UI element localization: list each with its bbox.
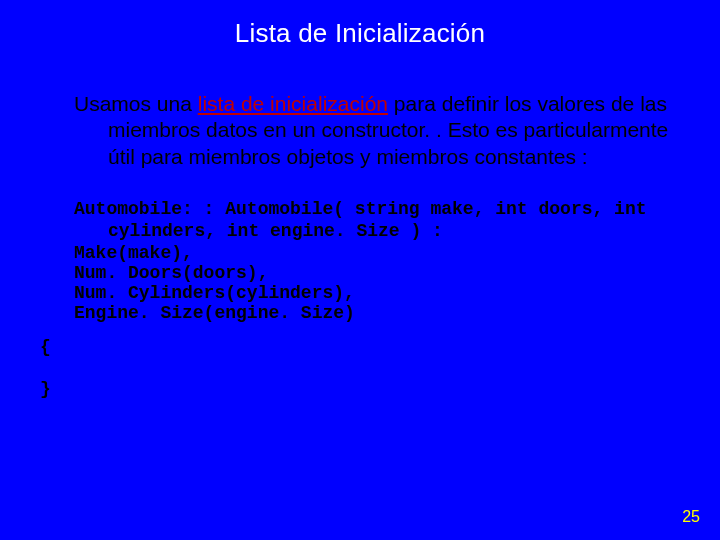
- code-signature: Automobile: : Automobile( string make, i…: [74, 198, 680, 243]
- code-brace-open: {: [40, 337, 680, 357]
- code-brace-close: }: [40, 379, 680, 399]
- slide-title: Lista de Inicialización: [40, 18, 680, 49]
- intro-highlight: lista de inicialización: [198, 92, 388, 115]
- code-line-2: Num. Doors(doors),: [74, 263, 680, 283]
- intro-pre: Usamos una: [74, 92, 198, 115]
- code-line-3: Num. Cylinders(cylinders),: [74, 283, 680, 303]
- page-number: 25: [682, 508, 700, 526]
- code-line-1: Make(make),: [74, 243, 680, 263]
- intro-paragraph: Usamos una lista de inicialización para …: [74, 91, 670, 170]
- code-line-4: Engine. Size(engine. Size): [74, 303, 680, 323]
- slide: Lista de Inicialización Usamos una lista…: [0, 0, 720, 540]
